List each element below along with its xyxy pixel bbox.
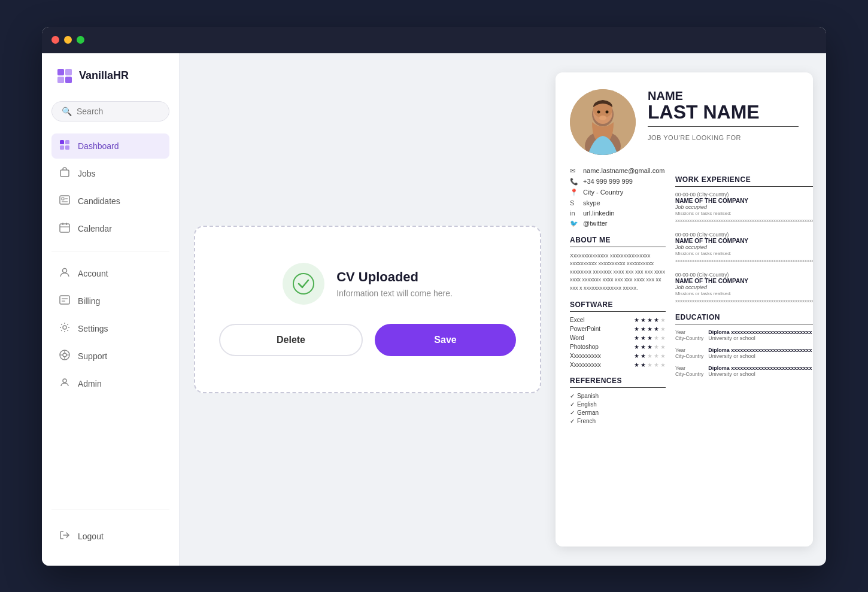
delete-button[interactable]: Delete	[219, 324, 363, 356]
sidebar-item-settings[interactable]: Settings	[51, 316, 169, 341]
svg-rect-0	[57, 69, 64, 75]
software-row: Word★★★★★	[570, 335, 666, 341]
star: ★	[647, 317, 652, 323]
star: ★	[647, 326, 652, 332]
minimize-button[interactable]	[64, 36, 72, 44]
location-icon: 📍	[570, 189, 578, 196]
dashboard-label: Dashboard	[78, 141, 119, 151]
nav-section: Dashboard Jobs	[51, 133, 169, 499]
sidebar-item-jobs[interactable]: Jobs	[51, 161, 169, 186]
nav-divider	[51, 251, 169, 251]
star: ★	[641, 344, 646, 350]
svg-rect-5	[65, 140, 69, 144]
svg-rect-7	[65, 145, 69, 150]
star: ★	[660, 335, 666, 341]
sidebar-item-dashboard[interactable]: Dashboard	[51, 133, 169, 159]
svg-point-23	[63, 353, 66, 357]
logout-button[interactable]: Logout	[51, 524, 169, 549]
action-buttons: Delete Save	[219, 324, 516, 356]
search-box[interactable]: 🔍	[51, 101, 169, 122]
work-entry: 00-00-00 (City-Country) NAME OF THE COMP…	[675, 232, 813, 265]
sidebar: VanillaHR 🔍 Dashboard	[42, 53, 180, 566]
work-occupied: Job occupied	[675, 244, 813, 250]
svg-point-28	[63, 379, 66, 382]
edu-diploma: Diploma xxxxxxxxxxxxxxxxxxxxxxxxxxx	[708, 347, 812, 353]
cv-avatar	[570, 89, 636, 155]
edu-details: Diploma xxxxxxxxxxxxxxxxxxxxxxxxxxx Univ…	[708, 329, 812, 341]
close-button[interactable]	[51, 36, 59, 44]
linkedin-icon: in	[570, 210, 578, 217]
app-window: VanillaHR 🔍 Dashboard	[42, 27, 826, 566]
language-item: ✓French	[570, 418, 666, 424]
upload-subtitle: Information text will come here.	[336, 289, 453, 298]
education-entry: Year City-Country Diploma xxxxxxxxxxxxxx…	[675, 329, 813, 341]
software-name: Word	[570, 335, 584, 341]
cv-left-column: ✉ name.lastname@gmail.com 📞 +34 999 999 …	[570, 167, 666, 427]
cv-location-row: 📍 City - Country	[570, 189, 666, 196]
success-text: CV Uploaded Information text will come h…	[336, 269, 453, 298]
upload-card: CV Uploaded Information text will come h…	[194, 226, 541, 393]
edu-year-city: Year City-Country	[675, 365, 703, 377]
admin-icon	[59, 377, 71, 390]
logo: VanillaHR	[51, 68, 169, 84]
education-section-title: EDUCATION	[675, 313, 813, 324]
star: ★	[647, 353, 652, 359]
svg-rect-13	[60, 224, 69, 232]
svg-point-17	[63, 268, 67, 272]
save-button[interactable]: Save	[375, 324, 516, 356]
star: ★	[634, 353, 639, 359]
phone-icon: 📞	[570, 178, 578, 186]
svg-rect-4	[60, 140, 64, 144]
edu-details: Diploma xxxxxxxxxxxxxxxxxxxxxxxxxxx Univ…	[708, 365, 812, 377]
sidebar-item-calendar[interactable]: Calendar	[51, 216, 169, 241]
stars: ★★★★★	[634, 317, 666, 323]
app-title: VanillaHR	[79, 69, 129, 82]
software-row: Xxxxxxxxxx★★★★★	[570, 362, 666, 368]
jobs-icon	[59, 167, 71, 180]
svg-rect-1	[65, 69, 72, 75]
software-section-title: SOFTWARE	[570, 300, 666, 312]
star: ★	[654, 335, 659, 341]
cv-twitter-row: 🐦 @twitter	[570, 220, 666, 227]
sidebar-item-candidates[interactable]: Candidates	[51, 189, 169, 214]
maximize-button[interactable]	[77, 36, 84, 44]
cv-name-section: NAME LAST NAME JOB YOU'RE LOOKING FOR	[648, 89, 799, 141]
star: ★	[654, 326, 659, 332]
sidebar-item-billing[interactable]: Billing	[51, 289, 169, 314]
software-row: Xxxxxxxxxx★★★★★	[570, 353, 666, 359]
work-tasks: Missions or tasks realised: xxxxxxxxxxxx…	[675, 210, 813, 224]
star: ★	[647, 344, 652, 350]
main-content: CV Uploaded Information text will come h…	[180, 53, 826, 566]
work-date: 00-00-00 (City-Country)	[675, 192, 813, 198]
sidebar-item-account[interactable]: Account	[51, 261, 169, 286]
star: ★	[634, 335, 639, 341]
sidebar-item-admin[interactable]: Admin	[51, 371, 169, 396]
search-input[interactable]	[77, 107, 159, 116]
svg-point-36	[597, 110, 600, 113]
software-list: Excel★★★★★PowerPoint★★★★★Word★★★★★Photos…	[570, 317, 666, 368]
billing-icon	[59, 295, 71, 308]
check-icon: ✓	[570, 393, 575, 399]
work-entries: 00-00-00 (City-Country) NAME OF THE COMP…	[675, 192, 813, 305]
star: ★	[660, 326, 666, 332]
language-item: ✓English	[570, 401, 666, 408]
candidates-label: Candidates	[78, 196, 120, 206]
edu-school: University or school	[708, 353, 812, 359]
svg-rect-2	[57, 77, 64, 83]
settings-label: Settings	[78, 324, 108, 333]
languages-list: ✓Spanish✓English✓German✓French	[570, 393, 666, 424]
star: ★	[660, 317, 666, 323]
star: ★	[634, 362, 639, 368]
star: ★	[660, 353, 666, 359]
software-row: Excel★★★★★	[570, 317, 666, 323]
email-icon: ✉	[570, 167, 578, 175]
logout-icon	[59, 530, 71, 543]
svg-rect-9	[60, 196, 69, 204]
stars: ★★★★★	[634, 326, 666, 332]
cv-preview: NAME LAST NAME JOB YOU'RE LOOKING FOR ✉ …	[556, 72, 813, 547]
support-label: Support	[78, 351, 107, 361]
svg-rect-10	[62, 198, 64, 200]
work-date: 00-00-00 (City-Country)	[675, 272, 813, 278]
sidebar-item-support[interactable]: Support	[51, 344, 169, 369]
software-name: Xxxxxxxxxx	[570, 353, 601, 359]
